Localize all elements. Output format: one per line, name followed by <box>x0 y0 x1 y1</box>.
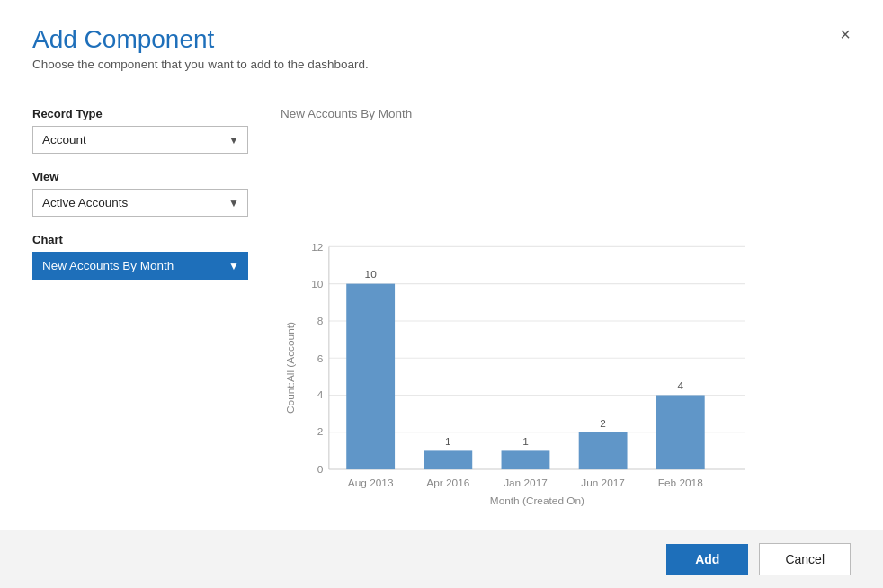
add-button[interactable]: Add <box>666 544 748 575</box>
svg-text:2: 2 <box>600 417 606 430</box>
svg-text:10: 10 <box>365 268 378 281</box>
right-panel: New Accounts By Month Count:All (Account… <box>281 107 851 512</box>
bar-feb2018 <box>656 395 705 469</box>
svg-text:Apr 2016: Apr 2016 <box>426 477 469 489</box>
svg-text:2: 2 <box>317 425 324 438</box>
bar-jan2017 <box>502 450 550 469</box>
svg-text:12: 12 <box>311 241 323 254</box>
bar-chart: Count:All (Account) 0 2 4 6 <box>281 224 784 512</box>
chart-container: Count:All (Account) 0 2 4 6 <box>281 129 851 512</box>
left-panel: Record Type Account ▼ View Active Accoun… <box>32 107 248 512</box>
cancel-button[interactable]: Cancel <box>759 543 851 575</box>
svg-text:0: 0 <box>317 463 324 476</box>
svg-text:6: 6 <box>317 352 324 365</box>
svg-text:Jan 2017: Jan 2017 <box>504 477 548 489</box>
chart-title: New Accounts By Month <box>281 107 412 120</box>
svg-text:Count:All (Account): Count:All (Account) <box>284 322 297 414</box>
dialog-title: Add Component <box>32 25 851 54</box>
dialog-footer: Add Cancel <box>0 530 883 588</box>
svg-text:Aug 2013: Aug 2013 <box>348 477 394 489</box>
record-type-select-wrapper: Account ▼ <box>32 126 248 154</box>
record-type-select[interactable]: Account <box>32 126 248 154</box>
dialog-body: Record Type Account ▼ View Active Accoun… <box>0 80 883 530</box>
record-type-label: Record Type <box>32 107 248 120</box>
chart-select[interactable]: New Accounts By Month <box>32 252 248 280</box>
svg-text:8: 8 <box>317 315 324 327</box>
svg-text:1: 1 <box>445 435 451 448</box>
svg-text:4: 4 <box>317 388 324 401</box>
bar-apr2016 <box>424 450 472 469</box>
chart-label: Chart <box>32 233 248 246</box>
close-button[interactable]: × <box>833 22 858 47</box>
svg-text:1: 1 <box>522 435 529 448</box>
svg-text:4: 4 <box>677 379 683 392</box>
dialog-subtitle: Choose the component that you want to ad… <box>32 58 851 71</box>
chart-select-wrapper: New Accounts By Month ▼ <box>32 252 248 280</box>
add-component-dialog: Add Component Choose the component that … <box>0 0 883 588</box>
view-label: View <box>32 170 248 183</box>
svg-text:Jun 2017: Jun 2017 <box>581 477 625 489</box>
svg-text:Feb 2018: Feb 2018 <box>658 477 703 489</box>
bar-aug2013 <box>346 284 395 469</box>
bar-jun2017 <box>579 432 628 469</box>
svg-text:10: 10 <box>311 278 324 290</box>
dialog-header: Add Component Choose the component that … <box>0 0 883 80</box>
view-select-wrapper: Active Accounts ▼ <box>32 189 248 217</box>
view-select[interactable]: Active Accounts <box>32 189 248 217</box>
svg-text:Month (Created On): Month (Created On) <box>490 494 584 507</box>
